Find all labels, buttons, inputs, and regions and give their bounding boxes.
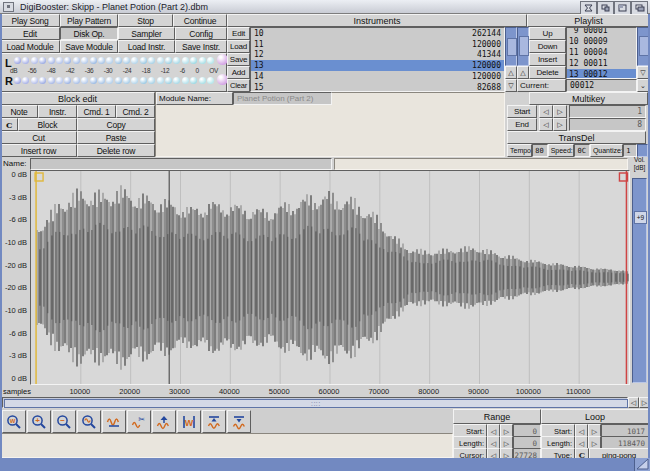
instr-col-button[interactable]: Instr. (38, 105, 77, 118)
sample-name-field[interactable] (30, 158, 332, 170)
range-header: Range (453, 409, 541, 424)
playlist-row[interactable]: 13 00012 (567, 69, 636, 79)
instrument-row[interactable]: 14120000 (251, 71, 504, 82)
instr-clear-button[interactable]: Clear (227, 79, 250, 92)
load-instr-button[interactable]: Load Instr. (118, 40, 175, 53)
multikey-end-left-icon[interactable]: ◁ (539, 118, 553, 131)
playlist-delete-button[interactable]: Delete (529, 66, 566, 79)
playlist-scroll-up-icon[interactable]: △ (517, 66, 529, 79)
playlist-header: Playlist (527, 14, 650, 27)
instrument-row[interactable]: 10262144 (251, 28, 504, 39)
h-scrollbar[interactable]: ∷∷ (2, 397, 628, 408)
instrument-row[interactable]: 1241344 (251, 50, 504, 61)
save-module-button[interactable]: Save Module (60, 40, 118, 53)
multikey-start-left-icon[interactable]: ◁ (539, 105, 553, 118)
instr-load-button[interactable]: Load (227, 40, 250, 53)
instr-save-button[interactable]: Save (227, 53, 250, 66)
db-tick-label: -20 dB (5, 261, 27, 270)
delete-row-button[interactable]: Delete row (77, 144, 155, 157)
instrument-scroll-up-icon[interactable]: △ (505, 66, 517, 79)
instrument-scrollbar[interactable] (505, 27, 517, 66)
cmd2-button[interactable]: Cmd. 2 (116, 105, 155, 118)
note-button[interactable]: Note (0, 105, 38, 118)
cut-button[interactable]: Cut (0, 131, 77, 144)
zoom-out-icon[interactable]: − (52, 410, 76, 433)
config-button[interactable]: Config (175, 27, 227, 40)
tempo-field[interactable]: 80 (532, 144, 547, 157)
sampler-button[interactable]: Sampler (118, 27, 175, 40)
h-scrollbar-handle[interactable]: ∷∷ (4, 399, 628, 408)
playlist-list[interactable]: 9 0000110 0000911 0000412 0001113 00012 (566, 27, 637, 79)
vu-led-icon (81, 77, 88, 84)
instrument-row[interactable]: 1582688 (251, 82, 504, 92)
vu-scale-label: 0 (195, 67, 198, 74)
vu-led-icon (39, 57, 46, 64)
window-w-icon[interactable]: W (177, 410, 201, 433)
playlist-up-button[interactable]: Up (529, 27, 566, 40)
show-range-icon[interactable] (102, 410, 126, 433)
copy-button[interactable]: Copy (77, 118, 155, 131)
transdel-button[interactable]: TransDel (507, 131, 646, 144)
insert-row-button[interactable]: Insert row (0, 144, 77, 157)
instrument-row[interactable]: 11120000 (251, 39, 504, 50)
speed-field[interactable]: 0C (574, 144, 589, 157)
zoom-range-icon[interactable] (77, 410, 101, 433)
edit-button[interactable]: Edit (0, 27, 60, 40)
playlist-row[interactable]: 9 00001 (567, 27, 636, 36)
cmd1-button[interactable]: Cmd. 1 (77, 105, 116, 118)
shrink-gadget-icon[interactable] (597, 1, 614, 15)
zip-gadget-icon[interactable] (580, 1, 597, 15)
zoom-gadget-icon[interactable] (614, 1, 631, 15)
resize-gadget-icon[interactable] (634, 458, 650, 471)
instr-edit-button[interactable]: Edit (227, 27, 250, 40)
playlist-row[interactable]: 12 00011 (567, 58, 636, 69)
vu-led-icon (207, 77, 214, 84)
instr-add-button[interactable]: Add (227, 66, 250, 79)
vu-led-icon (165, 57, 172, 64)
play-pattern-button[interactable]: Play Pattern (60, 14, 118, 27)
titlebar[interactable]: DigiBooster: Skipp - Planet Potion (Part… (0, 0, 650, 14)
block-button[interactable]: Block (18, 118, 77, 131)
multikey-start-button[interactable]: Start (507, 105, 537, 118)
playlist-left-scrollbar[interactable] (517, 27, 529, 66)
paste-range-icon[interactable] (152, 410, 176, 433)
playlist-insert-button[interactable]: Insert (529, 53, 566, 66)
send-down-icon[interactable] (227, 410, 251, 433)
multikey-start-right-icon[interactable]: ▷ (553, 105, 567, 118)
playlist-down-button[interactable]: Down (529, 40, 566, 53)
module-name-field[interactable]: Planet Potion (Part 2) (233, 92, 332, 105)
sampler-toolbar: W + − ✂ W (2, 410, 251, 433)
waveform-canvas[interactable] (30, 170, 630, 385)
vu-scale-label: OV (209, 67, 218, 74)
zoom-in-icon[interactable]: + (27, 410, 51, 433)
zoom-window-icon[interactable]: W (2, 410, 26, 433)
block-cycle-button[interactable]: C (0, 118, 18, 131)
save-instr-button[interactable]: Save Instr. (175, 40, 227, 53)
paste-button[interactable]: Paste (77, 131, 155, 144)
load-module-button[interactable]: Load Module (0, 40, 60, 53)
playlist-row[interactable]: 10 00009 (567, 36, 636, 47)
continue-button[interactable]: Continue (173, 14, 227, 27)
close-gadget-icon[interactable] (3, 2, 14, 12)
instruments-header: Instruments (227, 14, 527, 27)
instrument-row[interactable]: 13120000 (251, 60, 504, 71)
depth-gadget-icon[interactable] (631, 1, 648, 15)
instrument-list[interactable]: 1026214411120000124134413120000141200001… (250, 27, 505, 92)
h-scroll-left-icon[interactable]: ◁ (628, 397, 639, 408)
playlist-row[interactable]: 11 00004 (567, 47, 636, 58)
playlist-current-field[interactable]: 00012 (566, 79, 637, 92)
instrument-scroll-down-icon[interactable]: ▽ (505, 79, 517, 92)
send-up-icon[interactable] (202, 410, 226, 433)
volume-slider[interactable]: +9 (632, 178, 647, 383)
stop-button[interactable]: Stop (118, 14, 173, 27)
play-song-button[interactable]: Play Song (0, 14, 60, 27)
cut-range-icon[interactable]: ✂ (127, 410, 151, 433)
multikey-end-field[interactable]: 8 (569, 118, 646, 131)
volume-slider-handle[interactable]: +9 (634, 211, 647, 224)
multikey-end-right-icon[interactable]: ▷ (553, 118, 567, 131)
vu-right-label: R (5, 75, 13, 87)
disk-op-button[interactable]: Disk Op. (60, 27, 118, 40)
vu-led-icon (31, 57, 38, 64)
multikey-start-field[interactable]: 1 (569, 105, 646, 118)
multikey-end-button[interactable]: End (507, 118, 537, 131)
